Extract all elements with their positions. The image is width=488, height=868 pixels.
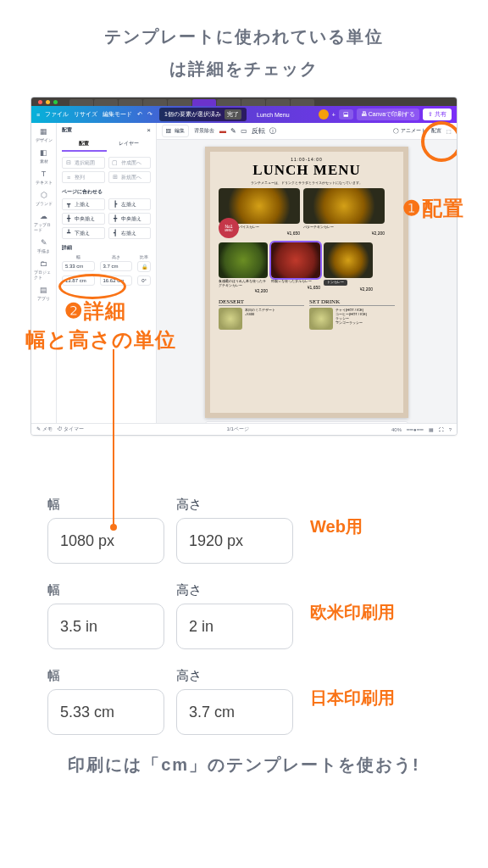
rail-projects[interactable]: 🗀プロジェクト [34, 259, 54, 280]
x-input[interactable]: 13.87 cm [62, 275, 95, 286]
zoom-slider[interactable]: ━━●━━ [407, 426, 424, 432]
rail-label: アプリ [37, 296, 50, 301]
browser-tab[interactable] [69, 99, 93, 106]
plus-icon[interactable]: + [332, 112, 336, 118]
browser-tab[interactable] [168, 99, 191, 106]
close-icon[interactable]: × [147, 126, 151, 134]
height-label: 高さ [176, 582, 293, 598]
browser-tab[interactable] [266, 99, 290, 106]
traffic-minimize[interactable] [46, 100, 50, 104]
menu-resize[interactable]: リサイズ [74, 110, 97, 119]
bgremove-button[interactable]: 背景除去 [194, 127, 214, 135]
menu-design: 11:00-14:00 LUNCH MENU ランチメニューは、ドリンクとサラダ… [210, 152, 403, 413]
done-button[interactable]: 完了 [225, 109, 241, 120]
flip-button[interactable]: 反転 [252, 126, 265, 136]
unit-tag-inch: 欧米印刷用 [310, 601, 395, 624]
rail-upload[interactable]: ☁アップロード [34, 211, 54, 232]
height-input[interactable]: 3.7 cm [100, 261, 133, 271]
undo-icon[interactable]: ↶ [137, 111, 142, 118]
edit-image-button[interactable]: 🖼編集 [162, 125, 189, 137]
dish-photo-5[interactable] [324, 242, 373, 278]
rail-elements[interactable]: ◧素材 [34, 147, 54, 164]
dessert-photo[interactable] [219, 308, 242, 330]
dish-photo-3[interactable] [219, 242, 268, 278]
hcenter-icon: ╋ [112, 215, 119, 222]
memo-button[interactable]: ✎ メモ [36, 426, 53, 433]
traffic-zoom[interactable] [53, 100, 58, 104]
zoom-level[interactable]: 40% [391, 427, 402, 432]
rail-label: テキスト [36, 180, 53, 185]
canvas-viewport[interactable]: 11:00-14:00 LUNCH MENU ランチメニューは、ドリンクとサラダ… [157, 140, 457, 423]
width-label: 幅 [62, 254, 95, 259]
setdrink-title: SET DRINK [309, 298, 395, 306]
rail-brand[interactable]: ⬡ブランド [34, 190, 54, 206]
transparency-icon[interactable]: ⬚ [446, 128, 452, 134]
unit-row-inch: 幅 3.5 in 高さ 2 in 欧米印刷用 [47, 582, 447, 649]
browser-tab[interactable] [291, 99, 314, 106]
align-bottom[interactable]: ┻下揃え [62, 227, 105, 239]
filter-icon[interactable]: ✎ [230, 127, 236, 135]
crop-icon[interactable]: ▬ [219, 127, 226, 135]
arrange-panel: 配置 × 配置 レイヤー ⊟選択範囲 ▢作成面へ ≡整列 ⊞新規面へ ページに合… [57, 123, 157, 423]
template-icon: ▦ [39, 126, 49, 136]
info-icon[interactable]: ⓘ [269, 126, 276, 136]
lock-ratio[interactable]: 🔒 [137, 261, 151, 272]
share-button[interactable]: ⇪ 共有 [423, 108, 452, 120]
align-to-page[interactable]: ▢作成面へ [108, 157, 152, 169]
align-top[interactable]: ┳上揃え [62, 198, 105, 210]
timer-button[interactable]: ⏱ タイマー [58, 426, 85, 433]
unit-row-cm: 幅 5.33 cm 高さ 3.7 cm 日本印刷用 [47, 668, 447, 735]
animate-button[interactable]: ◯ アニメート [393, 127, 426, 135]
align-vcenter[interactable]: ╋中央揃え [62, 213, 105, 225]
analytics-icon[interactable]: ⬓ [339, 109, 353, 120]
browser-tab[interactable] [94, 99, 118, 106]
rotation-input[interactable]: 0° [137, 275, 151, 286]
print-button[interactable]: 🖶 Canvaで印刷する [357, 108, 419, 120]
tab-arrange[interactable]: 配置 [62, 137, 107, 152]
align-hcenter[interactable]: ╋中央揃え [108, 213, 152, 225]
ratio-label: 比率 [137, 254, 151, 259]
align-right[interactable]: ┫右揃え [108, 227, 152, 239]
avatar[interactable] [319, 109, 329, 120]
dessert-title: DESSERT [219, 298, 304, 306]
rail-draw[interactable]: ✎手描き [34, 237, 54, 253]
grid-view-icon[interactable]: ▦ [429, 426, 434, 432]
add-page-button[interactable]: + ページを追加 [205, 421, 408, 423]
status-text: 1個の要素が選択済み [164, 110, 221, 119]
tab-layer[interactable]: レイヤー [107, 137, 152, 152]
browser-tab[interactable] [119, 99, 142, 106]
rail-apps[interactable]: ▤アプリ [34, 285, 54, 301]
browser-tabs [69, 97, 457, 106]
browser-tab[interactable] [217, 99, 241, 106]
rail-text[interactable]: Tテキスト [34, 169, 54, 185]
menu-file[interactable]: ファイル [45, 110, 69, 119]
traffic-close[interactable] [38, 100, 42, 104]
design-page[interactable]: 11:00-14:00 LUNCH MENU ランチメニューは、ドリンクとサラダ… [205, 147, 408, 418]
width-input[interactable]: 5.33 cm [62, 261, 95, 271]
browser-tab[interactable] [143, 99, 167, 106]
dish-price-2: ¥2,200 [303, 231, 385, 236]
hamburger-icon[interactable]: ≡ [36, 112, 40, 118]
dish-name-5: トンカレー [324, 280, 347, 286]
browser-tab-active[interactable] [192, 99, 216, 106]
dish-photo-2[interactable] [303, 188, 385, 224]
doc-title[interactable]: Lunch Menu [257, 112, 290, 118]
height-value-web: 1920 px [176, 518, 293, 564]
frame-icon[interactable]: ▭ [241, 127, 247, 135]
y-input[interactable]: 16.62 cm [100, 275, 133, 286]
new-page[interactable]: ⊞新規面へ [108, 171, 152, 183]
unit-tag-web: Web用 [310, 515, 363, 538]
drink-photo[interactable] [309, 308, 333, 330]
dish-photo-4-selected[interactable] [271, 242, 320, 278]
align-left[interactable]: ┣左揃え [108, 198, 152, 210]
panel-title: 配置 [62, 126, 72, 134]
redo-icon[interactable]: ↷ [147, 111, 152, 118]
menu-edit[interactable]: 編集モード [103, 110, 132, 119]
fullscreen-icon[interactable]: ⛶ [439, 427, 444, 432]
dish-name-2: バターチキンカレー [303, 225, 385, 230]
dish-price-4: ¥1,650 [271, 285, 320, 290]
help-icon[interactable]: ? [449, 427, 452, 432]
position-button[interactable]: 配置 [431, 127, 441, 135]
rail-design[interactable]: ▦デザイン [34, 126, 54, 142]
browser-tab[interactable] [241, 99, 265, 106]
